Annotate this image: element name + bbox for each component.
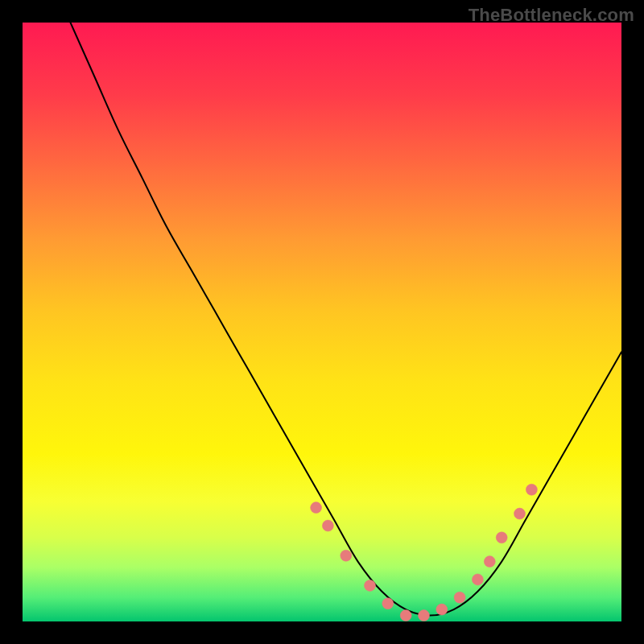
- watermark-text: TheBottleneck.com: [469, 5, 634, 26]
- marker-dot: [496, 532, 507, 543]
- marker-dot: [436, 604, 448, 615]
- plot-area: [23, 23, 621, 621]
- marker-dot: [484, 556, 495, 568]
- highlight-markers: [311, 484, 538, 621]
- chart-svg: [23, 23, 621, 621]
- marker-dot: [322, 520, 333, 531]
- marker-dot: [311, 502, 322, 514]
- marker-dot: [526, 484, 537, 495]
- marker-dot: [514, 508, 526, 519]
- marker-dot: [419, 610, 430, 621]
- marker-dot: [454, 592, 465, 603]
- marker-dot: [472, 574, 483, 585]
- marker-dot: [382, 598, 394, 609]
- bottleneck-curve: [71, 23, 622, 616]
- marker-dot: [365, 580, 376, 591]
- marker-dot: [400, 610, 411, 621]
- chart-stage: TheBottleneck.com: [0, 0, 644, 644]
- marker-dot: [341, 550, 352, 561]
